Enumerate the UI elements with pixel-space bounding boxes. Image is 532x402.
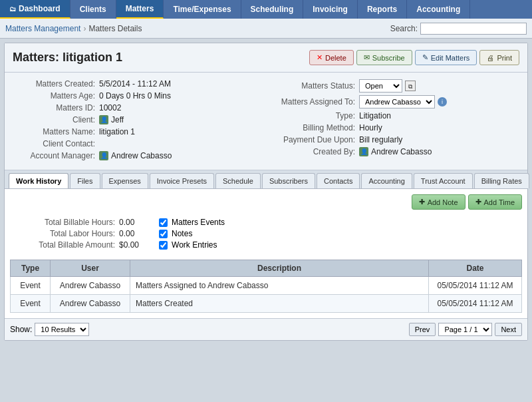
page-select[interactable]: Page 1 / 1 [438, 323, 492, 336]
delete-button[interactable]: ✕ Delete [309, 50, 354, 65]
nav-time-expenses[interactable]: Time/Expenses [164, 0, 241, 19]
breadcrumb-parent-link[interactable]: Matters Management [5, 24, 80, 33]
copy-status-icon[interactable]: ⧉ [405, 81, 416, 91]
table-row: Event Andrew Cabasso Matters Created 05/… [11, 295, 522, 313]
top-navigation: 🗂 Dashboard Clients Matters Time/Expense… [0, 0, 532, 19]
tab-content-work-history: ✚ Add Note ✚ Add Time Total Billable Hou… [5, 189, 527, 318]
detail-account-manager: Account Manager: 👤 Andrew Cabasso [13, 151, 259, 160]
status-select[interactable]: Open Closed [359, 79, 402, 93]
filter-matters-events: Matters Events [159, 218, 225, 227]
tab-trust-account[interactable]: Trust Account [414, 173, 473, 188]
client-icon: 👤 [99, 115, 108, 124]
detail-billing-method: Billing Method: Hourly [273, 123, 519, 132]
tab-expenses[interactable]: Expenses [102, 173, 148, 188]
nav-accounting[interactable]: Accounting [407, 0, 470, 19]
tab-invoice-presets[interactable]: Invoice Presets [150, 173, 214, 188]
row2-type: Event [11, 295, 51, 313]
total-labor-hours-row: Total Labor Hours: 0.00 [15, 229, 139, 238]
tabs-bar: Work History Files Expenses Invoice Pres… [5, 170, 527, 189]
detail-assigned-to: Matters Assigned To: Andrew Cabasso i [273, 95, 519, 108]
nav-reports[interactable]: Reports [358, 0, 407, 19]
total-billable-amount-row: Total Billable Amount: $0.00 [15, 240, 139, 250]
detail-payment-due: Payment Due Upon: Bill regularly [273, 135, 519, 144]
row1-user: Andrew Cabasso [51, 277, 130, 295]
total-billable-hours-row: Total Billable Hours: 0.00 [15, 218, 139, 227]
filter-notes-checkbox[interactable] [159, 230, 168, 238]
pagination-bar: Show: 10 Results 25 Results 50 Results P… [5, 318, 527, 340]
detail-matters-name: Matters Name: litigation 1 [13, 127, 259, 136]
action-buttons: ✕ Delete ✉ Subscribe ✎ Edit Matters 🖨 Pr… [309, 50, 519, 65]
tab-work-history[interactable]: Work History [9, 173, 68, 188]
add-time-icon: ✚ [475, 198, 481, 206]
filter-matters-events-checkbox[interactable] [159, 218, 168, 227]
breadcrumb-separator: › [83, 24, 86, 33]
filter-work-entries-checkbox[interactable] [159, 241, 168, 250]
tab-toolbar: ✚ Add Note ✚ Add Time [10, 194, 522, 210]
details-section: Matters Created: 5/5/2014 - 11:12 AM Mat… [5, 73, 527, 170]
detail-created: Matters Created: 5/5/2014 - 11:12 AM [13, 79, 259, 89]
tab-billing-rates[interactable]: Billing Rates [474, 173, 529, 188]
page-title: Matters: litigation 1 [13, 51, 122, 65]
tab-contacts[interactable]: Contacts [317, 173, 360, 188]
detail-client: Client: 👤 Jeff [13, 115, 259, 124]
subscribe-icon: ✉ [364, 53, 370, 62]
search-input[interactable] [420, 23, 527, 35]
prev-button[interactable]: Prev [409, 323, 436, 336]
details-right: Matters Status: Open Closed ⧉ Matters As… [273, 79, 519, 163]
show-label: Show: [10, 325, 32, 334]
detail-age: Matters Age: 0 Days 0 Hrs 0 Mins [13, 91, 259, 100]
detail-created-by: Created By: 👤 Andrew Cabasso [273, 147, 519, 156]
nav-dashboard[interactable]: 🗂 Dashboard [0, 0, 70, 19]
delete-icon: ✕ [317, 53, 323, 62]
details-left: Matters Created: 5/5/2014 - 11:12 AM Mat… [13, 79, 259, 163]
row2-description: Matters Created [130, 295, 429, 313]
nav-matters[interactable]: Matters [116, 0, 164, 19]
totals-block: Total Billable Hours: 0.00 Total Labor H… [15, 218, 139, 252]
print-button[interactable]: 🖨 Print [479, 50, 519, 65]
assigned-info-icon[interactable]: i [438, 97, 447, 106]
main-content: Matters: litigation 1 ✕ Delete ✉ Subscri… [4, 43, 528, 341]
row1-date: 05/05/2014 11:12 AM [429, 277, 522, 295]
dashboard-icon: 🗂 [9, 5, 16, 13]
nav-clients[interactable]: Clients [70, 0, 116, 19]
edit-matters-button[interactable]: ✎ Edit Matters [415, 50, 477, 65]
next-button[interactable]: Next [495, 323, 522, 336]
page-navigation: Prev Page 1 / 1 Next [409, 323, 522, 336]
tab-schedule[interactable]: Schedule [215, 173, 261, 188]
tab-files[interactable]: Files [70, 173, 100, 188]
add-note-icon: ✚ [419, 198, 425, 206]
created-by-icon: 👤 [359, 147, 368, 156]
col-description: Description [130, 260, 429, 277]
tab-subscribers[interactable]: Subscribers [262, 173, 315, 188]
assigned-to-select[interactable]: Andrew Cabasso [359, 95, 435, 108]
detail-status: Matters Status: Open Closed ⧉ [273, 79, 519, 93]
filter-notes: Notes [159, 229, 225, 238]
work-history-table: Type User Description Date Event Andrew … [10, 260, 522, 313]
breadcrumb: Matters Management › Matters Details [5, 24, 142, 33]
row1-type: Event [11, 277, 51, 295]
row2-user: Andrew Cabasso [51, 295, 130, 313]
row1-description: Matters Assigned to Andrew Cabasso [130, 277, 429, 295]
breadcrumb-current: Matters Details [88, 24, 142, 33]
breadcrumb-bar: Matters Management › Matters Details Sea… [0, 19, 532, 39]
print-icon: 🖨 [487, 54, 494, 62]
nav-scheduling[interactable]: Scheduling [241, 0, 304, 19]
detail-type: Type: Litigation [273, 111, 519, 120]
show-results-select[interactable]: 10 Results 25 Results 50 Results [35, 323, 89, 336]
add-time-button[interactable]: ✚ Add Time [468, 194, 522, 210]
col-user: User [51, 260, 130, 277]
col-date: Date [429, 260, 522, 277]
edit-icon: ✎ [422, 53, 428, 62]
filters-block: Matters Events Notes Work Entries [159, 218, 225, 252]
tab-accounting[interactable]: Accounting [361, 173, 412, 188]
subscribe-button[interactable]: ✉ Subscribe [356, 50, 412, 65]
col-type: Type [11, 260, 51, 277]
detail-client-contact: Client Contact: [13, 139, 259, 148]
nav-invoicing[interactable]: Invoicing [303, 0, 358, 19]
add-note-button[interactable]: ✚ Add Note [412, 194, 466, 210]
summary-section: Total Billable Hours: 0.00 Total Labor H… [10, 215, 522, 257]
search-area: Search: [390, 23, 527, 35]
search-label: Search: [390, 24, 418, 33]
row2-date: 05/05/2014 11:12 AM [429, 295, 522, 313]
filter-work-entries: Work Entries [159, 240, 225, 250]
